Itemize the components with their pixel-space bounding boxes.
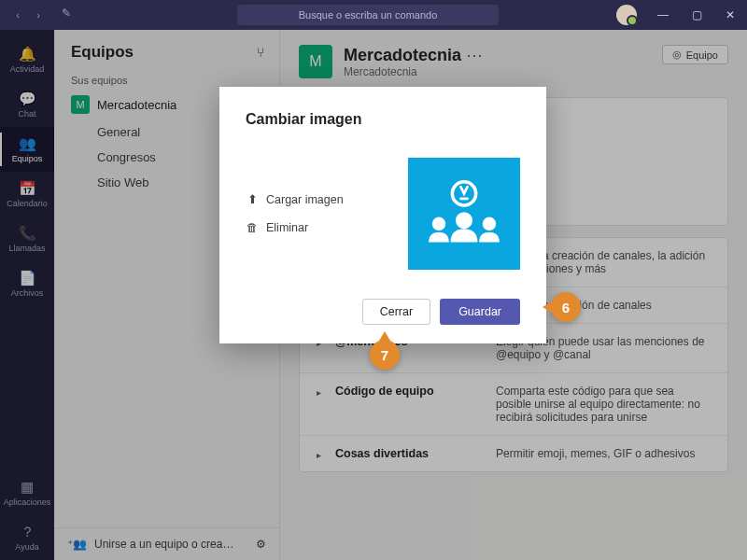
image-preview: [408, 158, 520, 270]
upload-label: Cargar imagen: [266, 193, 344, 206]
nav-forward-button[interactable]: ›: [30, 7, 47, 23]
callout-7: 7: [370, 340, 400, 370]
callout-6: 6: [551, 292, 581, 322]
window-close-button[interactable]: ✕: [713, 0, 747, 30]
new-message-icon[interactable]: ✎: [62, 7, 78, 23]
group-lightbulb-icon: [422, 172, 506, 256]
save-button[interactable]: Guardar: [440, 299, 520, 325]
window-maximize-button[interactable]: ▢: [680, 0, 713, 30]
upload-icon: ⬆: [246, 193, 259, 206]
change-image-dialog: Cambiar imagen ⬆ Cargar imagen 🗑 Elimina…: [219, 87, 546, 343]
upload-image-action[interactable]: ⬆ Cargar imagen: [246, 193, 344, 206]
close-button[interactable]: Cerrar: [362, 299, 430, 325]
delete-label: Eliminar: [266, 221, 308, 234]
user-avatar[interactable]: [616, 5, 637, 25]
dialog-title: Cambiar imagen: [246, 111, 520, 128]
svg-point-3: [483, 217, 496, 230]
window-minimize-button[interactable]: —: [646, 0, 680, 30]
search-input[interactable]: Busque o escriba un comando: [237, 5, 499, 25]
svg-point-1: [456, 212, 472, 229]
trash-icon: 🗑: [246, 221, 259, 234]
title-bar: ‹ › ✎ Busque o escriba un comando — ▢ ✕: [0, 0, 747, 30]
delete-image-action[interactable]: 🗑 Eliminar: [246, 221, 344, 234]
nav-back-button[interactable]: ‹: [9, 7, 26, 23]
svg-point-2: [432, 217, 445, 230]
